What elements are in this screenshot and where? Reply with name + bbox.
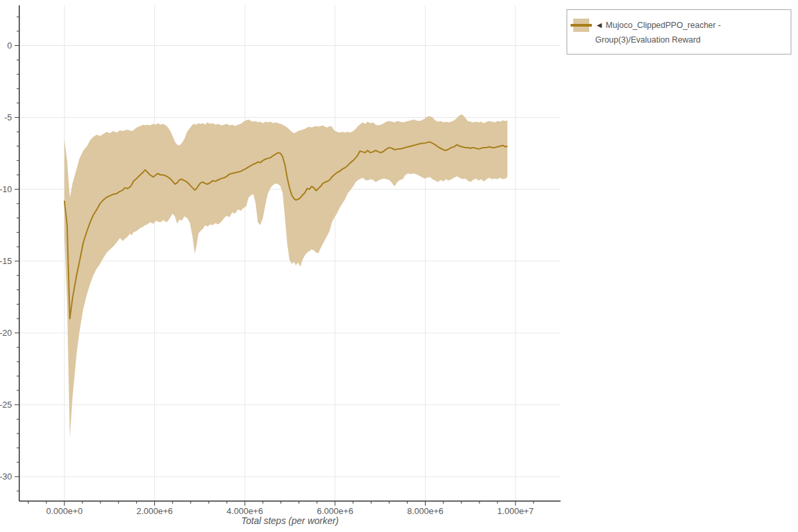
x-tick-label: 8.000e+6: [407, 506, 444, 516]
y-tick-label: -20: [0, 328, 12, 338]
y-tick-label: -5: [4, 112, 12, 122]
x-tick-label: 1.000e+7: [497, 506, 534, 516]
y-tick-label: -10: [0, 184, 12, 194]
y-tick-label: -25: [0, 400, 12, 410]
x-tick-label: 0.000e+0: [47, 506, 83, 516]
legend-series-label: Mujoco_ClippedPPO_reacher - Group(3)/Eva…: [595, 21, 721, 45]
legend-swatch-line-icon: [571, 24, 592, 27]
x-tick-label: 6.000e+6: [317, 506, 354, 516]
legend-series-swatch: [573, 19, 589, 32]
y-tick-label: -15: [0, 256, 12, 266]
reward-chart-plot[interactable]: 0-5-10-15-20-25-300.000e+02.000e+64.000e…: [0, 0, 798, 532]
legend-box[interactable]: ◄ Mujoco_ClippedPPO_reacher - Group(3)/E…: [567, 9, 791, 55]
legend-collapse-icon[interactable]: ◄: [595, 21, 603, 30]
y-tick-label: -30: [0, 471, 12, 481]
confidence-band: [65, 114, 507, 438]
legend-entry[interactable]: ◄ Mujoco_ClippedPPO_reacher - Group(3)/E…: [595, 18, 788, 47]
x-tick-label: 4.000e+6: [227, 506, 263, 516]
x-tick-label: 2.000e+6: [136, 506, 173, 516]
x-axis-title: Total steps (per worker): [19, 515, 561, 526]
y-tick-label: 0: [7, 41, 12, 51]
